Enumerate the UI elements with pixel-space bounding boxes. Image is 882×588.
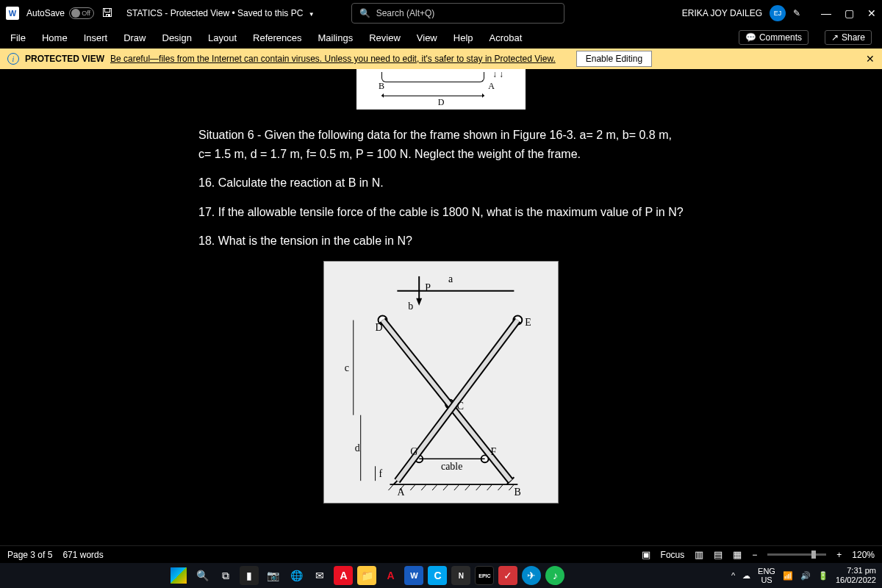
svg-text:A: A xyxy=(397,487,404,498)
svg-line-21 xyxy=(421,484,426,490)
svg-line-26 xyxy=(476,484,481,490)
explorer-icon[interactable]: 📁 xyxy=(357,566,376,585)
share-button[interactable]: ↗Share xyxy=(825,30,872,45)
search-icon[interactable]: 🔍 xyxy=(193,566,212,585)
maximize-icon[interactable]: ▢ xyxy=(845,7,854,19)
chrome-icon[interactable]: 🌐 xyxy=(287,566,306,585)
word-app-icon: W xyxy=(6,7,19,20)
start-icon[interactable] xyxy=(169,566,188,585)
focus-mode[interactable]: Focus xyxy=(661,550,685,560)
avatar[interactable]: EJ xyxy=(770,5,786,21)
zoom-slider[interactable] xyxy=(767,553,826,556)
protected-view-label: PROTECTED VIEW xyxy=(25,54,104,64)
autosave-label: AutoSave xyxy=(26,8,65,18)
svg-text:c: c xyxy=(345,362,349,373)
notion-icon[interactable]: N xyxy=(451,566,470,585)
tab-review[interactable]: Review xyxy=(369,32,401,43)
zoom-out-icon[interactable]: − xyxy=(752,550,757,560)
mail-icon[interactable]: ✉ xyxy=(310,566,329,585)
battery-icon[interactable]: 🔋 xyxy=(818,571,828,581)
app-c-icon[interactable]: C xyxy=(428,566,447,585)
cloud-icon[interactable]: ☁ xyxy=(742,571,750,581)
tab-view[interactable]: View xyxy=(417,32,437,43)
telegram-icon[interactable]: ✈ xyxy=(522,566,541,585)
svg-text:f: f xyxy=(379,468,383,479)
page-indicator[interactable]: Page 3 of 5 xyxy=(7,550,52,560)
svg-line-29 xyxy=(509,484,514,490)
svg-text:a: a xyxy=(448,273,453,284)
zoom-in-icon[interactable]: + xyxy=(836,550,842,560)
document-canvas[interactable]: ↓ ↓ B A D Situation 6 - Given the follow… xyxy=(0,69,882,553)
tab-acrobat[interactable]: Acrobat xyxy=(490,32,523,43)
svg-line-23 xyxy=(443,484,448,490)
tab-insert[interactable]: Insert xyxy=(84,32,108,43)
word-count[interactable]: 671 words xyxy=(62,550,103,560)
volume-icon[interactable]: 🔊 xyxy=(800,571,811,581)
share-icon: ↗ xyxy=(831,32,839,43)
tab-home[interactable]: Home xyxy=(42,32,68,43)
question-17: 17. If the allowable tensile force of th… xyxy=(198,203,684,222)
svg-text:b: b xyxy=(408,301,413,312)
svg-text:E: E xyxy=(525,317,531,328)
web-layout-icon[interactable]: ▦ xyxy=(733,549,742,560)
svg-text:F: F xyxy=(491,446,497,457)
document-title[interactable]: STATICS - Protected View • Saved to this… xyxy=(126,8,315,18)
save-icon[interactable]: 🖫 xyxy=(101,7,113,20)
svg-line-24 xyxy=(454,484,459,490)
pdf-icon[interactable]: A xyxy=(334,566,353,585)
autosave-state: Off xyxy=(82,10,90,17)
word-icon[interactable]: W xyxy=(404,566,423,585)
minimize-icon[interactable]: — xyxy=(821,7,831,19)
chevron-down-icon[interactable]: ▼ xyxy=(309,11,315,18)
tab-mailings[interactable]: Mailings xyxy=(318,32,354,43)
search-input[interactable]: 🔍 Search (Alt+Q) xyxy=(351,3,564,24)
figure-top-cutoff: ↓ ↓ B A D xyxy=(356,69,526,110)
comment-icon: 💬 xyxy=(745,32,756,43)
user-name[interactable]: ERIKA JOY DAILEG xyxy=(682,8,762,18)
app-icon[interactable]: ▮ xyxy=(240,566,259,585)
print-layout-icon[interactable]: ▤ xyxy=(714,549,723,560)
language-indicator[interactable]: ENGUS xyxy=(758,567,775,584)
comments-button[interactable]: 💬Comments xyxy=(739,30,808,45)
svg-line-20 xyxy=(410,484,415,490)
svg-text:cable: cable xyxy=(441,461,462,472)
enable-editing-button[interactable]: Enable Editing xyxy=(576,51,652,67)
app-check-icon[interactable]: ✓ xyxy=(498,566,517,585)
windows-taskbar: 🔍 ⧉ ▮ 📷 🌐 ✉ A 📁 A W C N EPIC ✓ ✈ ♪ ^ ☁ E… xyxy=(0,563,882,588)
tab-references[interactable]: References xyxy=(253,32,301,43)
focus-icon[interactable]: ▣ xyxy=(642,549,650,560)
wifi-icon[interactable]: 📶 xyxy=(783,571,793,581)
camera-icon[interactable]: 📷 xyxy=(263,566,282,585)
read-mode-icon[interactable]: ▥ xyxy=(695,549,703,560)
protected-view-message: Be careful—files from the Internet can c… xyxy=(110,54,556,64)
close-icon[interactable]: ✕ xyxy=(866,53,875,65)
tab-draw[interactable]: Draw xyxy=(123,32,146,43)
task-view-icon[interactable]: ⧉ xyxy=(216,566,235,585)
svg-marker-2 xyxy=(416,298,422,306)
document-body: Situation 6 - Given the following data f… xyxy=(103,110,779,251)
svg-line-28 xyxy=(498,484,503,490)
tab-design[interactable]: Design xyxy=(162,32,192,43)
tab-file[interactable]: File xyxy=(10,32,26,43)
tab-help[interactable]: Help xyxy=(453,32,473,43)
question-18: 18. What is the tension in the cable in … xyxy=(198,232,684,251)
protected-view-bar: i PROTECTED VIEW Be careful—files from t… xyxy=(0,49,882,69)
tab-layout[interactable]: Layout xyxy=(208,32,237,43)
question-16: 16. Calculate the reaction at B in N. xyxy=(198,173,684,193)
info-icon: i xyxy=(7,53,19,65)
clock[interactable]: 7:31 pm16/02/2022 xyxy=(836,566,876,585)
zoom-level[interactable]: 120% xyxy=(852,550,875,560)
epic-icon[interactable]: EPIC xyxy=(475,566,494,585)
svg-line-25 xyxy=(465,484,470,490)
chevron-up-icon[interactable]: ^ xyxy=(731,571,735,580)
status-bar: Page 3 of 5 671 words ▣ Focus ▥ ▤ ▦ − + … xyxy=(0,545,882,563)
svg-text:d: d xyxy=(355,442,360,453)
app-a-icon[interactable]: A xyxy=(381,566,400,585)
pen-icon[interactable]: ✎ xyxy=(793,8,800,18)
close-icon[interactable]: ✕ xyxy=(867,7,876,19)
autosave-toggle[interactable]: AutoSave Off xyxy=(26,7,94,19)
system-tray[interactable]: ^ ☁ ENGUS 📶 🔊 🔋 7:31 pm16/02/2022 xyxy=(731,566,876,585)
toggle-track[interactable]: Off xyxy=(69,7,94,19)
svg-text:C: C xyxy=(457,401,464,412)
spotify-icon[interactable]: ♪ xyxy=(545,566,564,585)
